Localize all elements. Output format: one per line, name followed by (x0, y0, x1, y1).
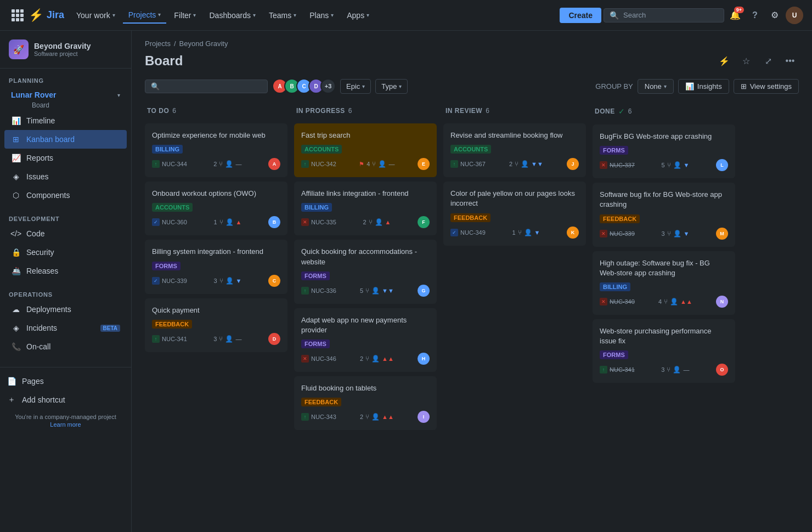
components-icon: ⬡ (11, 190, 21, 200)
person-icon: 👤 (673, 230, 681, 237)
chevron-down-icon: ▾ (253, 12, 256, 18)
card-avatar: M (716, 228, 728, 240)
tag-forms: FORMS (301, 339, 330, 348)
sidebar-item-pages[interactable]: 📄 Pages (0, 372, 131, 390)
create-button[interactable]: Create (560, 8, 601, 23)
sidebar: 🚀 Beyond Gravity Software project PLANNI… (0, 31, 132, 532)
sidebar-item-issues[interactable]: ◈ Issues (4, 167, 127, 186)
project-name: Beyond Gravity (34, 42, 91, 50)
card-id: ✕ NUC-335 (301, 218, 336, 226)
nav-apps[interactable]: Apps ▾ (341, 8, 375, 23)
expand-button[interactable]: ⤢ (759, 52, 777, 70)
story-icon: ↑ (450, 160, 458, 168)
card-nuc335[interactable]: Affiliate links integration - frontend B… (294, 182, 437, 235)
sidebar-item-components[interactable]: ⬡ Components (4, 186, 127, 205)
tag-forms: FORMS (600, 350, 628, 359)
nav-filter[interactable]: Filter ▾ (168, 8, 201, 23)
notifications-button[interactable]: 🔔 9+ (726, 7, 744, 24)
help-icon: ? (752, 10, 758, 20)
lightning-button[interactable]: ⚡ (715, 52, 733, 70)
learn-more-link[interactable]: Learn more (4, 421, 127, 428)
sidebar-item-label-issues: Issues (26, 172, 120, 181)
gear-icon: ⚙ (771, 10, 779, 20)
main-content: Projects / Beyond Gravity Board ⚡ ☆ ⤢ ••… (132, 31, 812, 532)
sidebar-item-security[interactable]: 🔒 Security (4, 243, 127, 262)
nav-your-work[interactable]: Your work ▾ (71, 8, 121, 23)
view-settings-button[interactable]: ⊞ View settings (734, 79, 799, 94)
tag-forms: FORMS (152, 262, 181, 270)
planning-section: PLANNING Lunar Rover ▾ Board 📊 Timeline … (0, 69, 131, 207)
operations-label: OPERATIONS (4, 291, 127, 298)
sidebar-item-label-oncall: On-call (26, 342, 120, 351)
nav-projects[interactable]: Projects ▾ (123, 7, 167, 24)
card-nuc346[interactable]: Adapt web app no new payments provider F… (294, 308, 437, 372)
group-by-select[interactable]: None ▾ (638, 79, 674, 94)
card-nuc339-done[interactable]: Software bug fix for BG Web-store app cr… (593, 183, 735, 246)
card-nuc336[interactable]: Quick booking for accommodations - websi… (294, 240, 437, 303)
nav-teams[interactable]: Teams ▾ (263, 8, 302, 23)
sidebar-item-oncall[interactable]: 📞 On-call (4, 337, 127, 356)
person-icon: 👤 (225, 277, 234, 285)
card-id: ↑ NUC-336 (301, 287, 336, 295)
nav-dashboards[interactable]: Dashboards ▾ (204, 8, 261, 23)
board-search[interactable]: 🔍 (145, 80, 268, 93)
board-toolbar: 🔍 A B C D +3 Epic ▾ Type ▾ GROUP BY None (132, 74, 812, 98)
col-count-todo: 6 (172, 107, 176, 115)
tag-forms: FORMS (301, 271, 330, 280)
card-nuc360[interactable]: Onboard workout options (OWO) ACCOUNTS ✓… (145, 182, 287, 235)
sidebar-item-add-shortcut[interactable]: ＋ Add shortcut (0, 390, 131, 409)
card-avatar: F (418, 216, 430, 228)
sidebar-item-deployments[interactable]: ☁ Deployments (4, 300, 127, 319)
logo[interactable]: ⚡ Jira (29, 8, 64, 22)
card-title: Quick payment (152, 305, 280, 315)
card-nuc367[interactable]: Revise and streamline booking flow ACCOU… (443, 123, 586, 177)
card-avatar: I (418, 411, 430, 423)
priority-low-icon: ▼▼ (382, 287, 394, 294)
card-nuc349[interactable]: Color of pale yellow on our pages looks … (443, 182, 586, 245)
more-button[interactable]: ••• (781, 52, 799, 70)
insights-button[interactable]: 📊 Insights (678, 79, 729, 94)
app-grid-button[interactable] (9, 7, 26, 24)
sidebar-item-releases[interactable]: 🚢 Releases (4, 262, 127, 280)
card-meta: ↑ NUC-344 2 ⑂ 👤 — A (152, 158, 280, 170)
person-icon: 👤 (524, 229, 532, 236)
breadcrumb-project-name[interactable]: Beyond Gravity (179, 39, 228, 48)
beta-badge: BETA (100, 325, 120, 332)
card-nuc342[interactable]: Fast trip search ACCOUNTS ↑ NUC-342 ⚑ 4 … (294, 123, 437, 177)
card-nuc340[interactable]: High outage: Software bug fix - BG Web-s… (593, 251, 735, 315)
search-input[interactable] (623, 11, 711, 19)
person-icon: 👤 (371, 287, 380, 295)
card-nuc337[interactable]: BugFix BG Web-store app crashing FORMS ✕… (593, 124, 735, 178)
card-avatar: O (716, 364, 728, 376)
user-avatar[interactable]: U (786, 7, 803, 24)
sidebar-item-incidents[interactable]: ◈ Incidents BETA (4, 319, 127, 337)
card-nuc343[interactable]: Fluid booking on tablets FEEDBACK ↑ NUC-… (294, 376, 437, 430)
sidebar-item-code[interactable]: </> Code (4, 224, 127, 243)
type-filter[interactable]: Type ▾ (375, 79, 408, 94)
branch-icon: ⑂ (664, 298, 668, 305)
tag-accounts: ACCOUNTS (450, 145, 491, 154)
more-avatars[interactable]: +3 (320, 78, 336, 94)
column-todo: TO DO 6 Optimize experience for mobile w… (145, 103, 287, 523)
card-nuc344[interactable]: Optimize experience for mobile web BILLI… (145, 123, 287, 177)
sidebar-item-kanban[interactable]: ⊞ Kanban board (4, 130, 127, 149)
priority-high-icon: ▲▲ (382, 414, 394, 420)
tag-feedback: FEEDBACK (152, 320, 192, 329)
help-button[interactable]: ? (746, 7, 764, 24)
col-header-done: DONE ✓ 6 (593, 103, 735, 120)
star-button[interactable]: ☆ (737, 52, 755, 70)
breadcrumb-projects[interactable]: Projects (145, 39, 171, 48)
settings-button[interactable]: ⚙ (766, 7, 783, 24)
board-search-input[interactable] (163, 82, 262, 90)
epic-filter[interactable]: Epic ▾ (340, 79, 371, 94)
search-box[interactable]: 🔍 (604, 8, 724, 22)
col-count-inprogress: 6 (348, 107, 352, 115)
card-nuc341-done[interactable]: Web-store purchasing performance issue f… (593, 319, 735, 383)
nav-plans[interactable]: Plans ▾ (304, 8, 339, 23)
sidebar-item-timeline[interactable]: 📊 Timeline (4, 111, 127, 130)
card-nuc341-todo[interactable]: Quick payment FEEDBACK ↑ NUC-341 3 ⑂ 👤 (145, 298, 287, 352)
bug-icon: ✕ (600, 161, 607, 169)
card-nuc339-todo[interactable]: Billing system integration - frontend FO… (145, 240, 287, 293)
card-meta: ↑ NUC-367 2 ⑂ 👤 ▼▼ J (450, 158, 579, 170)
sidebar-item-reports[interactable]: 📈 Reports (4, 149, 127, 167)
